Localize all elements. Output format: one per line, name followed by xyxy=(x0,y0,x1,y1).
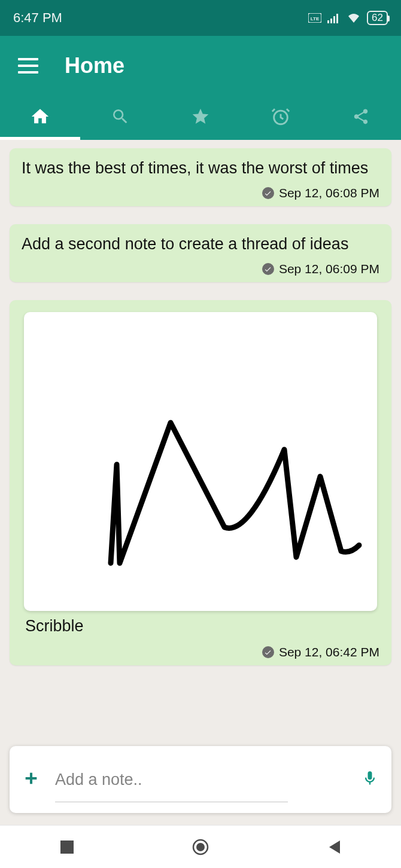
notes-list[interactable]: It was the best of times, it was the wor… xyxy=(0,140,401,741)
share-icon xyxy=(352,108,370,128)
check-icon xyxy=(262,263,274,275)
home-icon xyxy=(30,106,50,129)
note-card[interactable]: Scribble Sep 12, 06:42 PM xyxy=(10,300,391,665)
page-title: Home xyxy=(65,53,124,78)
mic-button[interactable] xyxy=(361,768,378,791)
note-label: Scribble xyxy=(22,617,379,639)
note-meta: Sep 12, 06:08 PM xyxy=(22,186,379,200)
battery-icon: 62 xyxy=(367,11,388,25)
check-icon xyxy=(262,646,274,658)
compose-bar xyxy=(10,746,391,813)
note-text: It was the best of times, it was the wor… xyxy=(22,157,379,180)
signal-icon xyxy=(327,13,341,23)
wifi-icon xyxy=(347,13,361,23)
note-input[interactable] xyxy=(55,771,346,789)
add-button[interactable] xyxy=(23,770,40,789)
note-card[interactable]: It was the best of times, it was the wor… xyxy=(10,148,391,206)
svg-rect-3 xyxy=(330,19,332,23)
alarm-icon xyxy=(271,106,291,129)
status-indicators: LTE 62 xyxy=(308,11,388,25)
note-meta: Sep 12, 06:09 PM xyxy=(22,262,379,276)
note-card[interactable]: Add a second note to create a thread of … xyxy=(10,224,391,282)
check-icon xyxy=(262,187,274,199)
app-bar: Home xyxy=(0,36,401,140)
tab-bar xyxy=(0,96,401,140)
battery-level: 62 xyxy=(372,12,383,24)
menu-button[interactable] xyxy=(18,58,38,74)
svg-rect-5 xyxy=(336,14,338,23)
back-button[interactable] xyxy=(325,838,343,856)
search-icon xyxy=(111,107,130,129)
home-button[interactable] xyxy=(192,838,209,856)
status-bar: 6:47 PM LTE 62 xyxy=(0,0,401,36)
tab-share[interactable] xyxy=(321,96,401,140)
svg-text:LTE: LTE xyxy=(311,16,320,22)
note-timestamp: Sep 12, 06:08 PM xyxy=(279,186,379,200)
drawing-preview xyxy=(24,312,377,611)
tab-star[interactable] xyxy=(160,96,241,140)
tab-search[interactable] xyxy=(80,96,160,140)
volte-icon: LTE xyxy=(308,13,321,23)
note-text: Add a second note to create a thread of … xyxy=(22,233,379,256)
note-timestamp: Sep 12, 06:09 PM xyxy=(279,262,379,276)
star-icon xyxy=(191,107,210,129)
tab-alarm[interactable] xyxy=(241,96,321,140)
note-meta: Sep 12, 06:42 PM xyxy=(22,645,379,659)
svg-rect-2 xyxy=(327,20,329,23)
recent-apps-button[interactable] xyxy=(58,838,76,856)
status-time: 6:47 PM xyxy=(13,10,62,26)
system-nav xyxy=(0,825,401,868)
note-timestamp: Sep 12, 06:42 PM xyxy=(279,645,379,659)
svg-rect-4 xyxy=(333,16,335,23)
svg-rect-8 xyxy=(60,841,74,854)
tab-home[interactable] xyxy=(0,96,80,140)
svg-point-10 xyxy=(196,843,205,851)
